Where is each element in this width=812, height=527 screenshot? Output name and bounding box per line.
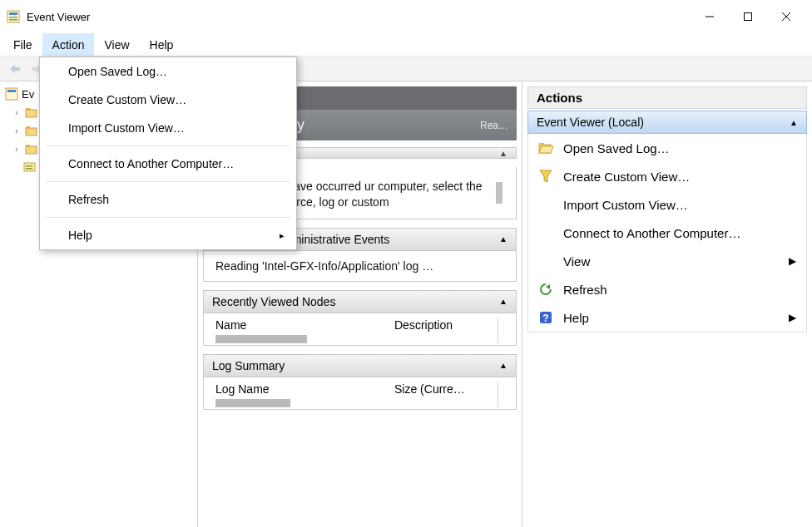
tree-expander-icon[interactable]: ›: [12, 108, 22, 117]
folder-open-icon: [538, 140, 553, 155]
menu-separator: [47, 217, 290, 218]
app-icon: [7, 10, 20, 23]
submenu-arrow-icon: ▸: [280, 230, 285, 241]
action-create-custom-view[interactable]: Create Custom View…: [528, 162, 806, 190]
menu-help[interactable]: Help: [140, 33, 184, 56]
svg-marker-26: [540, 170, 552, 182]
svg-rect-9: [14, 67, 20, 71]
action-refresh[interactable]: Refresh: [528, 275, 806, 303]
close-button[interactable]: [767, 3, 805, 30]
collapse-icon[interactable]: ▲: [790, 118, 798, 127]
loading-bar: [215, 335, 307, 343]
svg-rect-2: [9, 17, 17, 18]
minimize-button[interactable]: [691, 3, 729, 30]
svg-rect-22: [26, 168, 32, 170]
action-label: Open Saved Log…: [563, 141, 670, 155]
svg-rect-17: [26, 128, 37, 135]
blank-icon: [538, 197, 553, 212]
action-menu-dropdown: Open Saved Log… Create Custom View… Impo…: [39, 57, 297, 250]
actions-section-header[interactable]: Event Viewer (Local) ▲: [527, 111, 807, 134]
menu-import-custom-view[interactable]: Import Custom View…: [40, 114, 296, 142]
menu-view[interactable]: View: [94, 33, 139, 56]
tree-root-label: Ev: [22, 88, 34, 101]
menu-action[interactable]: Action: [42, 33, 95, 56]
svg-marker-27: [546, 284, 550, 289]
folder-icon: [25, 124, 38, 137]
blank-icon: [538, 254, 553, 268]
window-title: Event Viewer: [27, 11, 90, 23]
actions-pane-title: Actions: [527, 86, 807, 109]
actions-pane: Actions Event Viewer (Local) ▲ Open Save…: [522, 81, 812, 527]
action-import-custom-view[interactable]: Import Custom View…: [528, 190, 806, 219]
menu-separator: [47, 145, 290, 146]
tree-expander-icon[interactable]: ›: [12, 145, 22, 154]
detail-subheader-status: Rea…: [480, 120, 508, 131]
loading-bar: [215, 399, 290, 407]
svg-rect-19: [26, 146, 37, 154]
column-size[interactable]: Size (Curre…: [394, 382, 465, 396]
collapse-icon[interactable]: ▲: [499, 234, 508, 244]
menu-connect-computer[interactable]: Connect to Another Computer…: [40, 150, 296, 178]
svg-rect-24: [539, 143, 544, 145]
recent-nodes-group: Recently Viewed Nodes ▲ Name Description: [203, 290, 517, 346]
blank-icon: [538, 225, 553, 240]
svg-rect-5: [745, 13, 752, 21]
collapse-icon[interactable]: ▲: [499, 297, 508, 306]
menu-open-saved-log[interactable]: Open Saved Log…: [40, 57, 296, 86]
folder-icon: [25, 106, 38, 119]
svg-text:?: ?: [542, 313, 548, 324]
tree-expander-icon[interactable]: ›: [12, 126, 22, 135]
svg-rect-15: [26, 110, 37, 117]
menu-create-custom-view[interactable]: Create Custom View…: [40, 86, 296, 114]
action-connect-computer[interactable]: Connect to Another Computer…: [528, 219, 806, 247]
funnel-icon: [538, 169, 553, 184]
menu-separator: [47, 181, 290, 182]
svg-rect-11: [32, 67, 37, 71]
submenu-arrow-icon: ▶: [789, 255, 796, 267]
help-icon: ?: [538, 310, 553, 325]
actions-list: Open Saved Log… Create Custom View… Impo…: [527, 134, 807, 332]
scrollbar-thumb[interactable]: [496, 179, 504, 204]
menu-bar: File Action View Help: [0, 33, 812, 57]
menu-file[interactable]: File: [3, 33, 42, 56]
svg-rect-20: [24, 163, 35, 171]
column-logname[interactable]: Log Name: [215, 382, 270, 396]
subscriptions-icon: [23, 160, 37, 174]
svg-rect-1: [9, 12, 17, 15]
column-description[interactable]: Description: [394, 318, 453, 332]
recent-nodes-header[interactable]: Recently Viewed Nodes ▲: [204, 291, 516, 313]
action-label: Connect to Another Computer…: [563, 226, 740, 240]
action-label: Help: [563, 311, 589, 325]
app-small-icon: [5, 87, 18, 101]
column-name[interactable]: Name: [215, 318, 246, 332]
submenu-arrow-icon: ▶: [789, 312, 796, 323]
maximize-button[interactable]: [729, 3, 767, 30]
action-help-submenu[interactable]: ? Help ▶: [528, 303, 806, 332]
admin-events-body: Reading 'Intel-GFX-Info/Application' log…: [204, 251, 516, 281]
action-label: Import Custom View…: [563, 198, 688, 212]
action-label: View: [563, 254, 590, 268]
log-summary-header[interactable]: Log Summary ▲: [204, 355, 516, 377]
recent-nodes-columns: Name Description: [204, 313, 516, 345]
log-summary-group: Log Summary ▲ Log Name Size (Curre…: [203, 354, 517, 410]
action-label: Create Custom View…: [563, 170, 690, 184]
svg-rect-13: [7, 90, 16, 92]
folder-icon: [25, 142, 38, 155]
collapse-icon[interactable]: ▲: [499, 361, 508, 370]
svg-marker-25: [539, 146, 553, 153]
menu-refresh[interactable]: Refresh: [40, 185, 296, 214]
menu-help-submenu[interactable]: Help▸: [40, 221, 296, 249]
nav-back-icon[interactable]: [7, 61, 23, 77]
svg-rect-21: [26, 165, 32, 167]
action-label: Refresh: [563, 283, 607, 297]
action-open-saved-log[interactable]: Open Saved Log…: [528, 134, 806, 162]
refresh-icon: [538, 282, 553, 297]
action-view-submenu[interactable]: View ▶: [528, 247, 806, 275]
svg-rect-3: [9, 19, 17, 21]
log-summary-columns: Log Name Size (Curre…: [204, 377, 516, 409]
title-bar: Event Viewer: [0, 0, 812, 33]
